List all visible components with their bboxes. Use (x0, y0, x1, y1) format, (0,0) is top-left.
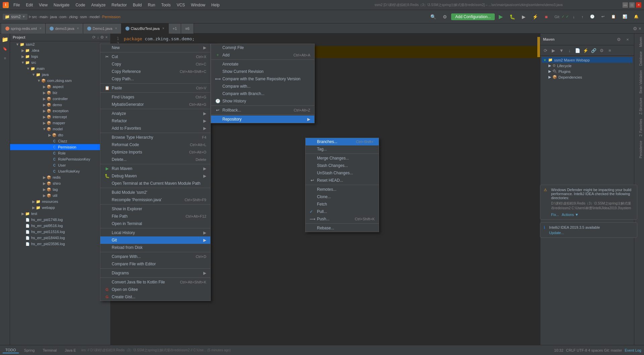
list-item[interactable]: ▶ 📦 biz (10, 90, 110, 96)
ctx-repo-fetch[interactable]: Fetch (306, 201, 379, 208)
bottom-tool-spring[interactable]: Spring (21, 348, 38, 353)
tab-close-clazzbiz[interactable]: × (162, 27, 164, 30)
list-item[interactable]: 📄 hs_err_pid23596.log (10, 241, 110, 247)
tab-demo3[interactable]: demo3.java × (46, 24, 83, 34)
maven-diagram-btn[interactable]: 🔗 (590, 47, 597, 54)
debug-button[interactable]: 🐛 (507, 13, 518, 20)
ctx-delete[interactable]: Delete... Delete (100, 156, 210, 163)
project-tree-close-btn[interactable]: × (105, 35, 108, 40)
right-tool-bean-validation[interactable]: Bean Validation (635, 68, 643, 95)
maven-settings-btn[interactable]: ⚙ (615, 36, 623, 43)
run-button[interactable]: ▶ (496, 12, 505, 21)
actions-button[interactable]: Actions ▼ (562, 213, 579, 217)
vcs-log-btn[interactable]: 📊 (620, 13, 630, 20)
tab-clazzbiz[interactable]: ClazzBizTest.java × (121, 24, 169, 34)
ctx-git-annotate[interactable]: Annotate (211, 60, 314, 68)
structure-tool-btn[interactable]: ≡ (1, 54, 9, 62)
list-item[interactable]: ▼ 📁 java (10, 72, 110, 78)
list-item[interactable]: ▼ 📁 src (10, 59, 110, 65)
project-tree-scroll-btn[interactable]: ↓ (97, 35, 99, 40)
ctx-reformat[interactable]: Reformat Code Ctrl+Alt+L (100, 141, 210, 148)
menu-edit[interactable]: Edit (23, 2, 36, 8)
list-item[interactable]: ▶ 📦 demo (10, 102, 110, 108)
add-configuration-button[interactable]: Add Configuration... (451, 13, 495, 20)
ctx-repo-clone[interactable]: Clone... (306, 193, 379, 201)
ctx-open-terminal2[interactable]: Open in Terminal (100, 220, 210, 227)
ctx-git-compare-with[interactable]: Compare with... (211, 83, 314, 90)
ctx-new[interactable]: New ▶ (100, 44, 210, 51)
breadcrumb-model[interactable]: model (90, 15, 100, 19)
ctx-copy[interactable]: Copy Ctrl+C (100, 60, 210, 68)
ctx-mybatis-gen[interactable]: MybatisGenerator Ctrl+Alt+G (100, 101, 210, 108)
fix-link[interactable]: Fix... (551, 213, 559, 217)
git-update-btn[interactable]: ↓ (570, 14, 578, 20)
ctx-debug-maven[interactable]: 🐛 Debug Maven ▶ (100, 172, 210, 180)
ctx-file-path[interactable]: File Path Ctrl+Alt+F12 (100, 213, 210, 220)
ctx-cut[interactable]: ✂ Cut Ctrl+X (100, 53, 210, 60)
list-item[interactable]: ▶ 📦 dto (10, 132, 110, 138)
list-item[interactable]: ▼ 📦 model (10, 126, 110, 132)
ctx-show-explorer[interactable]: Show in Explorer (100, 205, 210, 213)
maven-lifecycle-item[interactable]: ▶ ⚙ Lifecycle (542, 63, 633, 69)
maximize-button[interactable]: □ (629, 2, 635, 8)
list-item[interactable]: ▶ 📦 aspect (10, 84, 110, 90)
breadcrumb-ssm[interactable]: ssm (80, 15, 87, 19)
list-item[interactable]: ▶ 📦 util (10, 192, 110, 198)
maven-collapse-btn[interactable]: ≡ (606, 47, 613, 54)
menu-vcs[interactable]: VCS (174, 2, 188, 8)
maven-download-sources-btn[interactable]: ↓ (566, 47, 573, 54)
list-item[interactable]: 📄 hs_err_pid9516.log (10, 223, 110, 229)
stop-button[interactable]: ■ (542, 13, 550, 20)
maven-debug-btn[interactable]: ▼ (558, 47, 565, 54)
ctx-repo-tag[interactable]: Tag... (306, 145, 379, 153)
list-item[interactable]: C User (10, 162, 110, 168)
git-push-btn[interactable]: ↑ (579, 14, 586, 20)
git-rollback-btn[interactable]: ↩ (599, 13, 607, 20)
tab-settings-btn[interactable]: ⚙ (633, 26, 637, 31)
ctx-run-maven[interactable]: ▶ Run Maven ▶ (100, 165, 210, 172)
ctx-repo-merge[interactable]: Merge Changes... (306, 154, 379, 162)
ctx-compare-with[interactable]: Compare With... Ctrl+D (100, 253, 210, 260)
notifications-btn[interactable]: 🔔 (631, 13, 641, 20)
ctx-git-show-revision[interactable]: Show Current Revision (211, 68, 314, 75)
maven-close-btn[interactable]: × (624, 36, 631, 43)
ctx-analyze[interactable]: Analyze ▶ (100, 110, 210, 117)
breadcrumb-zking[interactable]: zking (69, 15, 78, 19)
menu-run[interactable]: Run (145, 2, 158, 8)
maven-refresh-btn[interactable]: ⟳ (542, 47, 549, 54)
ctx-git-show-history[interactable]: 🕐 Show History (211, 97, 314, 105)
list-item[interactable]: ▶ 📦 shiro (10, 180, 110, 186)
menu-window[interactable]: Window (188, 2, 208, 8)
ctx-repo-branches[interactable]: Branches... Ctrl+Shift+` (306, 138, 379, 145)
tab-spring-redis[interactable]: spring-redis.xml × (1, 24, 46, 34)
search-everywhere-btn[interactable]: 🔍 (428, 13, 439, 20)
bottom-tool-terminal[interactable]: Terminal (40, 348, 59, 353)
ctx-git-add[interactable]: + Add Ctrl+Alt+A (211, 51, 314, 59)
breadcrumb-com[interactable]: com (59, 15, 66, 19)
list-item[interactable]: ▼ 📦 com.zking.ssm (10, 78, 110, 84)
list-item[interactable]: C Clazz (10, 138, 110, 144)
list-item[interactable]: C Permission (10, 144, 110, 150)
right-tool-maven[interactable]: Maven (635, 35, 643, 49)
list-item[interactable]: ▶ 📁 webapp (10, 205, 110, 211)
ctx-local-history[interactable]: Local History ▶ (100, 229, 210, 236)
ctx-git-commit-file[interactable]: Commjt File (211, 44, 314, 51)
ctx-git-repository[interactable]: Repository ▶ (211, 116, 314, 123)
maven-plugins-item[interactable]: ▶ 🔌 Plugins (542, 69, 633, 74)
ctx-open-gitee[interactable]: G Open on Gitee (100, 286, 210, 293)
list-item[interactable]: ▼ 📁 main (10, 65, 110, 72)
list-item[interactable]: 📄 hs_err_pid11516.log (10, 229, 110, 235)
maven-run-btn[interactable]: ▶ (550, 47, 557, 54)
ctx-find-usages[interactable]: Find Usages Ctrl+G (100, 93, 210, 101)
ctx-git-rollback[interactable]: ↩ Rollback... Ctrl+Alt+Z (211, 106, 314, 114)
maven-dependencies-item[interactable]: ▶ 📦 Dependencies (542, 74, 633, 80)
ctx-build-module[interactable]: Build Module 'ssm2' (100, 189, 210, 196)
list-item[interactable]: C RolePermissionKey (10, 156, 110, 162)
ctx-refactor[interactable]: Refactor ▶ (100, 117, 210, 125)
list-item[interactable]: ▼ 📁 ssm2 (10, 41, 110, 47)
tab-more6[interactable]: ≡6 (181, 24, 194, 34)
git-history-btn[interactable]: 🕐 (587, 13, 597, 20)
ctx-compare-editor[interactable]: Compare File with Editor (100, 260, 210, 268)
list-item[interactable]: ▶ 📁 logs (10, 53, 110, 59)
bottom-tool-java-e[interactable]: Java E (62, 348, 79, 353)
